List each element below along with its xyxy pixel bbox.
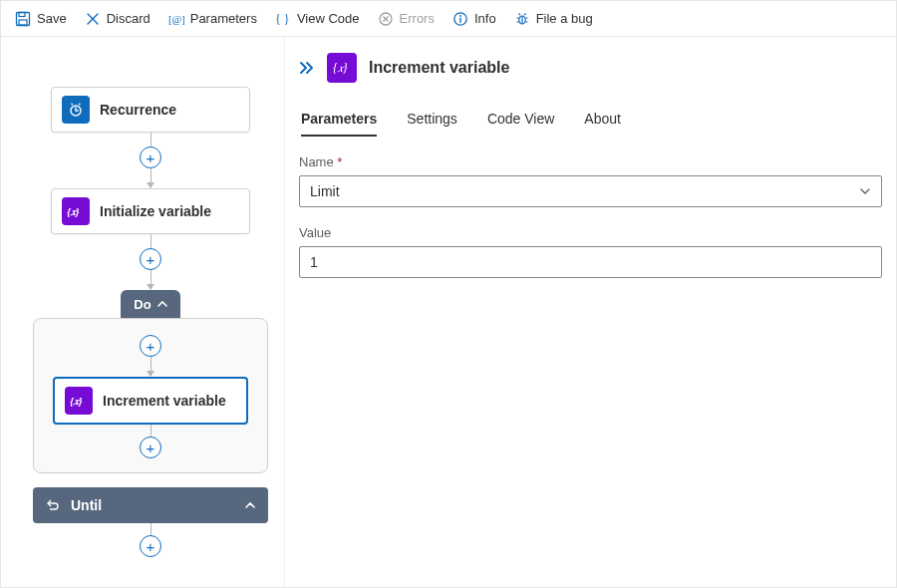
add-action-button[interactable]: + bbox=[140, 437, 161, 458]
value-input[interactable]: 1 bbox=[299, 246, 882, 278]
app-root: Save Discard [@] Parameters { } View Cod… bbox=[0, 0, 897, 588]
tab-settings[interactable]: Settings bbox=[407, 111, 457, 137]
until-label: Until bbox=[71, 497, 102, 513]
node-init-label: Initialize variable bbox=[100, 203, 211, 219]
do-label: Do bbox=[134, 297, 150, 312]
node-recurrence-label: Recurrence bbox=[100, 102, 176, 118]
loop-until-bar[interactable]: Until bbox=[33, 487, 268, 523]
collapse-panel-button[interactable] bbox=[299, 61, 315, 75]
discard-icon bbox=[85, 11, 101, 27]
tab-about[interactable]: About bbox=[584, 111, 621, 137]
field-value: Value 1 bbox=[299, 225, 882, 278]
tab-parameters[interactable]: Parameters bbox=[301, 111, 377, 137]
clock-icon bbox=[62, 96, 90, 124]
node-initialize-variable[interactable]: {𝑥} Initialize variable bbox=[51, 188, 250, 234]
info-label: Info bbox=[474, 11, 496, 26]
required-indicator: * bbox=[337, 154, 342, 169]
svg-point-7 bbox=[459, 15, 461, 17]
svg-rect-2 bbox=[19, 20, 27, 25]
save-button[interactable]: Save bbox=[7, 7, 75, 31]
errors-icon bbox=[378, 11, 394, 27]
node-increment-label: Increment variable bbox=[103, 393, 226, 409]
bug-icon bbox=[514, 11, 530, 27]
properties-panel: {𝑥} Increment variable Parameters Settin… bbox=[285, 37, 896, 587]
name-label: Name bbox=[299, 154, 334, 169]
discard-label: Discard bbox=[107, 11, 150, 26]
filebug-label: File a bug bbox=[536, 11, 593, 26]
svg-rect-8 bbox=[459, 17, 460, 22]
chevron-down-icon bbox=[859, 185, 871, 197]
value-text: 1 bbox=[310, 254, 318, 270]
info-icon bbox=[452, 11, 468, 27]
chevron-up-icon bbox=[244, 499, 256, 511]
errors-button: Errors bbox=[370, 7, 443, 31]
parameters-button[interactable]: [@] Parameters bbox=[160, 7, 265, 31]
viewcode-button[interactable]: { } View Code bbox=[267, 7, 368, 31]
tab-codeview[interactable]: Code View bbox=[487, 111, 554, 137]
body: Recurrence + {𝑥} Initialize variable + D… bbox=[1, 37, 896, 587]
add-action-button[interactable]: + bbox=[140, 335, 161, 357]
designer-canvas[interactable]: Recurrence + {𝑥} Initialize variable + D… bbox=[1, 37, 285, 587]
discard-button[interactable]: Discard bbox=[77, 7, 158, 31]
add-action-button[interactable]: + bbox=[140, 248, 161, 270]
info-button[interactable]: Info bbox=[445, 7, 504, 31]
parameters-icon: [@] bbox=[168, 11, 184, 27]
name-value: Limit bbox=[310, 183, 340, 199]
loop-icon bbox=[45, 498, 61, 512]
parameters-label: Parameters bbox=[190, 11, 257, 26]
save-label: Save bbox=[37, 11, 67, 26]
chevron-up-icon bbox=[157, 299, 167, 309]
toolbar: Save Discard [@] Parameters { } View Cod… bbox=[1, 1, 896, 37]
add-action-button[interactable]: + bbox=[140, 147, 161, 168]
loop-do-header[interactable]: Do bbox=[121, 290, 180, 318]
svg-text:{ }: { } bbox=[275, 12, 290, 26]
svg-text:{𝑥}: {𝑥} bbox=[70, 395, 83, 407]
name-select[interactable]: Limit bbox=[299, 175, 882, 207]
add-action-button[interactable]: + bbox=[140, 535, 161, 557]
viewcode-label: View Code bbox=[297, 11, 360, 26]
node-recurrence[interactable]: Recurrence bbox=[51, 87, 250, 133]
filebug-button[interactable]: File a bug bbox=[506, 7, 601, 31]
errors-label: Errors bbox=[400, 11, 435, 26]
svg-text:[@]: [@] bbox=[168, 13, 184, 24]
variable-icon: {𝑥} bbox=[327, 53, 357, 83]
value-label: Value bbox=[299, 225, 882, 240]
node-increment-variable[interactable]: {𝑥} Increment variable bbox=[53, 377, 248, 425]
field-name: Name * Limit bbox=[299, 154, 882, 207]
loop-container: + {𝑥} Increment variable + bbox=[33, 318, 268, 473]
svg-text:{𝑥}: {𝑥} bbox=[333, 61, 348, 75]
variable-icon: {𝑥} bbox=[62, 197, 90, 225]
svg-text:{𝑥}: {𝑥} bbox=[67, 205, 80, 217]
variable-icon: {𝑥} bbox=[65, 387, 93, 415]
panel-tabs: Parameters Settings Code View About bbox=[299, 111, 882, 137]
panel-title: Increment variable bbox=[369, 59, 509, 77]
code-icon: { } bbox=[275, 11, 291, 27]
save-icon bbox=[15, 11, 31, 27]
